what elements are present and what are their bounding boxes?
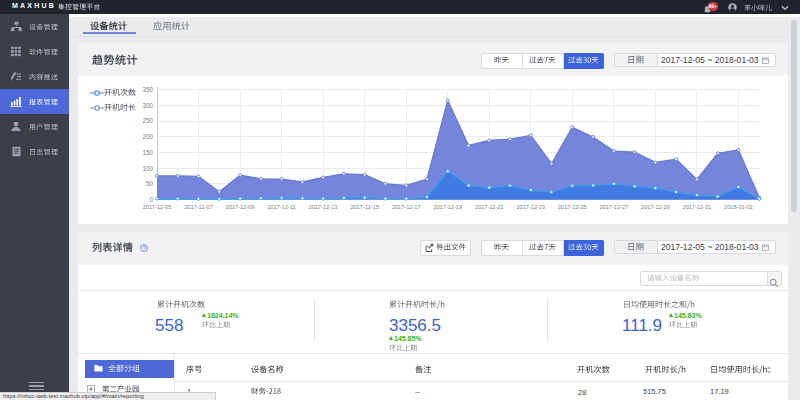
svg-text:?: ? [142, 244, 145, 250]
svg-text:2017-12-31: 2017-12-31 [683, 204, 712, 210]
svg-text:2017-12-15: 2017-12-15 [350, 204, 379, 210]
svg-text:100: 100 [142, 165, 153, 172]
svg-text:0: 0 [149, 196, 153, 203]
svg-text:2017-12-19: 2017-12-19 [433, 204, 462, 210]
svg-text:2017-12-29: 2017-12-29 [641, 204, 670, 210]
svg-text:2017-12-23: 2017-12-23 [516, 204, 545, 210]
svg-text:2017-12-13: 2017-12-13 [309, 204, 338, 210]
svg-text:200: 200 [142, 133, 153, 140]
svg-text:250: 250 [142, 117, 153, 124]
svg-text:2017-12-17: 2017-12-17 [392, 204, 421, 210]
svg-text:300: 300 [142, 102, 153, 109]
svg-text:2017-12-09: 2017-12-09 [226, 204, 255, 210]
svg-text:350: 350 [142, 86, 153, 93]
svg-text:150: 150 [142, 149, 153, 156]
svg-text:2018-01-02: 2018-01-02 [724, 204, 753, 210]
svg-text:2017-12-11: 2017-12-11 [267, 204, 295, 210]
svg-text:2017-12-25: 2017-12-25 [558, 204, 587, 210]
svg-text:2017-12-07: 2017-12-07 [184, 204, 213, 210]
svg-text:50: 50 [146, 180, 154, 187]
svg-text:2017-12-05: 2017-12-05 [143, 204, 172, 210]
svg-text:2017-12-21: 2017-12-21 [475, 204, 504, 210]
svg-text:2017-12-27: 2017-12-27 [599, 204, 628, 210]
